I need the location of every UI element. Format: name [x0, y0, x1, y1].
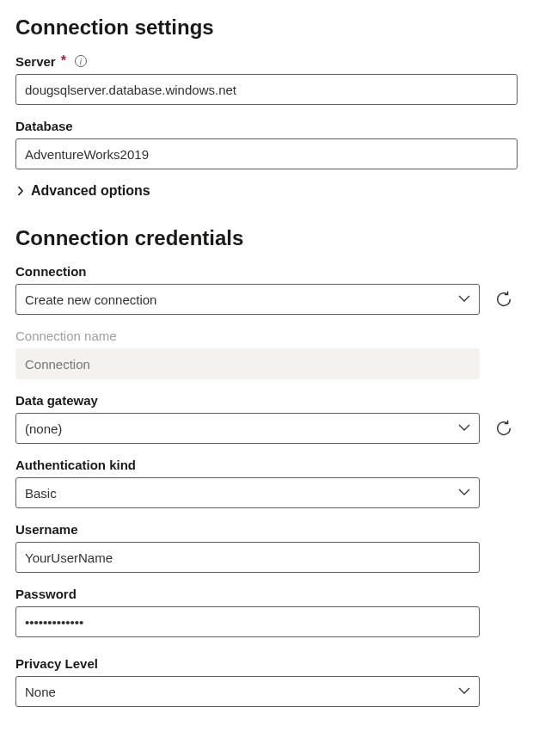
username-field: Username: [15, 522, 518, 573]
password-input[interactable]: [15, 606, 480, 637]
server-label: Server: [15, 54, 56, 69]
auth-field: Authentication kind Basic: [15, 458, 518, 508]
auth-select[interactable]: Basic: [15, 477, 480, 508]
connection-name-label: Connection name: [15, 329, 117, 343]
server-input[interactable]: [15, 74, 518, 105]
connection-label: Connection: [15, 264, 87, 279]
advanced-options-toggle[interactable]: Advanced options: [15, 183, 518, 199]
server-field: Server * i: [15, 53, 518, 105]
refresh-icon: [494, 290, 513, 309]
database-label: Database: [15, 119, 73, 133]
chevron-right-icon: [15, 186, 26, 196]
connection-settings-title: Connection settings: [15, 15, 518, 40]
chevron-down-icon: [458, 687, 470, 696]
info-icon[interactable]: i: [75, 55, 87, 67]
refresh-icon: [494, 419, 513, 438]
privacy-select[interactable]: None: [15, 676, 480, 707]
connection-name-input: [15, 348, 480, 379]
privacy-label: Privacy Level: [15, 656, 98, 671]
connection-credentials-title: Connection credentials: [15, 226, 518, 250]
privacy-select-value: None: [25, 685, 448, 699]
refresh-gateway-button[interactable]: [492, 416, 516, 440]
connection-name-field: Connection name: [15, 329, 518, 379]
database-input[interactable]: [15, 138, 518, 169]
connection-settings-section: Connection settings Server * i Database …: [15, 15, 518, 199]
gateway-field: Data gateway (none): [15, 393, 518, 444]
gateway-select-value: (none): [25, 421, 448, 436]
username-label: Username: [15, 522, 78, 537]
gateway-select[interactable]: (none): [15, 413, 480, 444]
gateway-label: Data gateway: [15, 393, 98, 408]
database-field: Database: [15, 119, 518, 169]
connection-credentials-section: Connection credentials Connection Create…: [15, 226, 518, 707]
privacy-field: Privacy Level None: [15, 656, 518, 707]
chevron-down-icon: [458, 295, 470, 304]
chevron-down-icon: [458, 424, 470, 433]
auth-select-value: Basic: [25, 486, 448, 501]
auth-label: Authentication kind: [15, 458, 136, 472]
advanced-options-label: Advanced options: [31, 183, 150, 199]
required-indicator: *: [61, 53, 66, 69]
password-label: Password: [15, 587, 77, 601]
connection-field: Connection Create new connection: [15, 264, 518, 315]
connection-select-value: Create new connection: [25, 292, 448, 307]
password-field: Password: [15, 587, 518, 637]
username-input[interactable]: [15, 542, 480, 573]
chevron-down-icon: [458, 489, 470, 497]
refresh-connection-button[interactable]: [492, 287, 516, 311]
connection-select[interactable]: Create new connection: [15, 284, 480, 315]
